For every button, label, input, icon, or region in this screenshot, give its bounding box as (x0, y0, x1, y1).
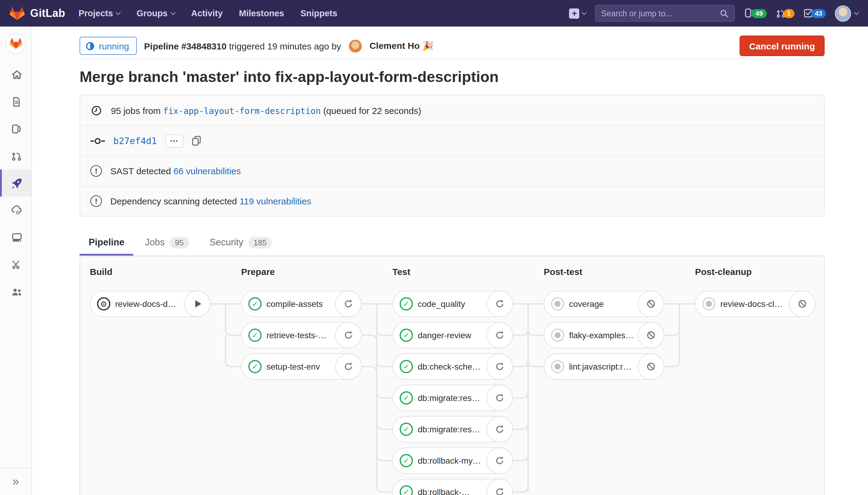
sidebar-item-environments[interactable] (0, 224, 31, 251)
job-pill[interactable]: lint:javascript:r… (544, 353, 664, 380)
retry-button[interactable] (486, 416, 513, 443)
project-avatar[interactable] (5, 33, 26, 54)
job-pill[interactable]: code_quality (393, 291, 513, 317)
status-created-icon (551, 360, 564, 373)
sidebar-item-operations[interactable] (0, 197, 31, 224)
job-pill[interactable]: db:migrate:res… (393, 416, 513, 443)
pipeline-id: Pipeline #34848310 (144, 41, 227, 51)
issues-counter[interactable]: 49 (744, 8, 767, 19)
play-icon (195, 300, 201, 307)
cloud-gear-icon (11, 204, 23, 216)
menu-projects[interactable]: Projects (79, 8, 120, 18)
page-title: Merge branch 'master' into fix-app-layou… (80, 68, 824, 86)
retry-button[interactable] (486, 385, 513, 411)
sidebar-item-issues[interactable] (0, 115, 31, 142)
sidebar-item-project-home[interactable] (0, 61, 31, 88)
gitlab-logo[interactable]: GitLab (10, 6, 65, 20)
todos-count-badge: 43 (811, 9, 826, 18)
job-pill[interactable]: coverage (544, 291, 664, 317)
user-avatar (835, 5, 851, 21)
cancel-job-button[interactable] (638, 291, 664, 317)
users-icon (11, 286, 23, 297)
menu-milestones[interactable]: Milestones (239, 8, 284, 18)
sidebar-item-members[interactable] (0, 278, 31, 305)
rocket-icon (11, 177, 23, 189)
cancel-job-button[interactable] (789, 291, 816, 317)
mr-count-badge: 1 (783, 9, 794, 18)
sidebar-item-ci-cd[interactable] (0, 169, 31, 197)
play-button[interactable] (184, 291, 210, 317)
user-menu[interactable] (835, 5, 858, 21)
job-pill[interactable]: review-docs-d… (90, 291, 210, 317)
menu-groups[interactable]: Groups (137, 8, 175, 18)
tab-jobs[interactable]: Jobs 95 (136, 230, 198, 255)
merge-requests-counter[interactable]: 1 (776, 8, 794, 19)
status-success-icon (248, 360, 262, 373)
retry-icon (495, 330, 505, 340)
job-pill[interactable]: review-docs-cl… (695, 291, 816, 317)
job-pill[interactable]: db:rollback-… (393, 479, 513, 495)
commit-sha-link[interactable]: b27ef4d1 (113, 135, 157, 146)
job-pill[interactable]: db:rollback-my… (393, 447, 513, 474)
status-success-icon (248, 329, 262, 342)
copy-commit-button[interactable] (192, 136, 201, 146)
author-avatar[interactable] (348, 39, 362, 53)
retry-icon (344, 362, 353, 371)
todos-counter[interactable]: 43 (803, 8, 826, 19)
job-pill[interactable]: setup-test-env (241, 353, 362, 380)
menu-activity[interactable]: Activity (191, 8, 223, 18)
jobs-count-badge: 95 (169, 237, 189, 248)
author[interactable]: Clement Ho 🎉 (369, 40, 433, 51)
ban-icon (797, 299, 807, 309)
retry-icon (495, 456, 505, 465)
retry-button[interactable] (335, 291, 362, 317)
new-dropdown[interactable]: + (569, 8, 586, 18)
job-pill[interactable]: flaky-examples… (544, 322, 664, 348)
retry-button[interactable] (486, 353, 513, 380)
tab-pipeline[interactable]: Pipeline (80, 230, 134, 255)
retry-button[interactable] (486, 291, 513, 317)
commit-info-row: b27ef4d1 (80, 125, 824, 156)
menu-snippets[interactable]: Snippets (300, 8, 337, 18)
job-pill[interactable]: danger-review (393, 322, 513, 348)
status-created-icon (551, 297, 564, 310)
commit-expand-button[interactable] (166, 134, 184, 148)
sidebar-collapse-toggle[interactable]: » (0, 467, 31, 495)
pipeline-header: running Pipeline #34848310 triggered 19 … (80, 36, 824, 56)
pipeline-tabs: Pipeline Jobs 95 Security 185 (80, 230, 824, 256)
warning-icon (90, 165, 102, 177)
cancel-job-button[interactable] (638, 322, 664, 348)
status-success-icon (400, 485, 413, 495)
status-success-icon (400, 329, 413, 342)
branch-link[interactable]: fix-app-layout-form-description (163, 106, 321, 116)
job-pill[interactable]: db:migrate:res… (393, 385, 513, 411)
home-icon (11, 68, 23, 81)
gitlab-pipeline-page: GitLab Projects Groups Activity Mileston… (0, 0, 868, 495)
sast-vulnerabilities-link[interactable]: 66 vulnerabilities (174, 166, 241, 176)
retry-button[interactable] (335, 353, 362, 380)
job-pill[interactable]: retrieve-tests-… (241, 322, 362, 348)
stage-test: Test code_quality danger-review (393, 267, 515, 277)
cancel-job-button[interactable] (638, 353, 664, 380)
scissors-icon (11, 258, 22, 270)
sidebar-item-repository[interactable] (0, 88, 31, 115)
sidebar-item-snippets[interactable] (0, 251, 31, 278)
retry-button[interactable] (335, 322, 362, 348)
chevron-double-right-icon: » (12, 475, 19, 488)
cancel-running-button[interactable]: Cancel running (740, 36, 824, 56)
search-box[interactable] (595, 5, 735, 22)
search-input[interactable] (601, 9, 716, 18)
job-pill[interactable]: db:check-sche… (393, 353, 513, 380)
job-pill[interactable]: compile-assets (241, 291, 362, 317)
top-navbar: GitLab Projects Groups Activity Mileston… (0, 0, 868, 27)
warning-icon (90, 195, 102, 207)
retry-button[interactable] (486, 447, 513, 474)
retry-button[interactable] (486, 322, 513, 348)
tanuki-icon (10, 6, 25, 20)
status-success-icon (400, 297, 413, 310)
dependency-vulnerabilities-link[interactable]: 119 vulnerabilities (240, 196, 311, 206)
sidebar-item-merge-requests[interactable] (0, 142, 31, 169)
tab-security[interactable]: Security 185 (201, 230, 281, 255)
plus-icon: + (569, 8, 579, 18)
pipeline-status-badge[interactable]: running (80, 37, 137, 55)
